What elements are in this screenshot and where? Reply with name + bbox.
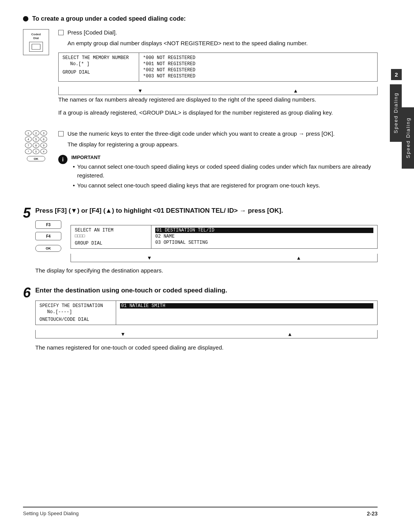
important-block: i IMPORTANT • You cannot select one-touc… (58, 154, 378, 192)
display-register-text: The display for registering a group appe… (67, 140, 378, 149)
checkbox-icon (58, 30, 64, 35)
numeric-step-text: Use the numeric keys to enter the three-… (58, 130, 378, 197)
key-2: 2 (33, 130, 39, 136)
step-5-screen-wrapper: SELECT AN ITEM □□□□ GROUP DIAL 01 DESTIN… (71, 220, 378, 262)
page-footer: Setting Up Speed Dialing 2-23 (23, 507, 378, 517)
coded-dial-instruction: Coded Dial Press [Coded Dial]. A (23, 29, 378, 121)
screen-display-3: SPECIFY THE DESTINATION No.[----] ONETOU… (35, 300, 378, 325)
body-text-1: The names or fax numbers already registe… (58, 95, 378, 104)
coded-dial-device: Coded Dial (23, 29, 49, 55)
important-icon: i (58, 155, 67, 164)
step-6-block: 6 Enter the destination using one-touch … (23, 286, 378, 356)
step-5-body: The display for specifying the destinati… (35, 266, 378, 275)
keypad-img: 1 2 3 4 5 6 7 8 9 * (23, 130, 49, 161)
step-5-block: 5 Press [F3] (▼) or [F4] (▲) to highligh… (23, 206, 378, 279)
press-coded-dial-step: Press [Coded Dial]. (58, 29, 378, 36)
screen-display-1: SELECT THE MEMORY NUMBER No.[* ] GROUP D… (58, 53, 378, 82)
key-8: 8 (33, 143, 39, 148)
screen-right-3: 01 NATALIE SMITH (116, 301, 377, 325)
screen-right-2: 01 DESTINATION TEL/ID 02 NAME 03 OPTIONA… (151, 225, 377, 248)
footer-right-text: 2-23 (367, 511, 378, 517)
key-7: 7 (25, 143, 32, 148)
step-5-content: Press [F3] (▼) or [F4] (▲) to highlight … (35, 206, 378, 279)
step-6-body: The names registered for one-touch or co… (35, 343, 378, 352)
screen-left-2: SELECT AN ITEM □□□□ GROUP DIAL (71, 225, 151, 248)
svg-rect-0 (32, 44, 40, 49)
coded-label-top: Coded (31, 33, 41, 36)
key-hash: # (40, 149, 47, 154)
numeric-keypad-instruction: 1 2 3 4 5 6 7 8 9 * (23, 130, 378, 197)
important-item-2: • You cannot select one-touch speed dial… (71, 181, 378, 190)
sub-text-coded-dial: An empty group dial number displays <NOT… (67, 39, 378, 48)
ok-key-img: OK (35, 245, 61, 252)
side-tab: Speed Dialing (402, 107, 414, 169)
coded-dial-text: Press [Coded Dial]. An empty group dial … (58, 29, 378, 121)
footer-left-text: Setting Up Speed Dialing (23, 511, 79, 517)
key-3: 3 (40, 130, 47, 136)
screen-left-1: SELECT THE MEMORY NUMBER No.[* ] GROUP D… (59, 53, 139, 81)
chapter-number: 2 (391, 69, 402, 80)
body-text-2: If a group is already registered, <GROUP… (58, 108, 378, 117)
screen-2-footer: ▼ ▲ (71, 254, 378, 262)
checkbox-icon-2 (58, 131, 64, 136)
f-keys-img: F3 F4 OK (35, 220, 61, 252)
step-6-number: 6 (23, 286, 31, 300)
key-1: 1 (25, 130, 32, 136)
screen-display-2: SELECT AN ITEM □□□□ GROUP DIAL 01 DESTIN… (71, 225, 378, 249)
coded-dial-button-img: Coded Dial (23, 29, 49, 55)
f4-key-img: F4 (35, 232, 61, 240)
numeric-step: Use the numeric keys to enter the three-… (58, 130, 378, 137)
key-star: * (25, 149, 32, 154)
f-keys-instruction: F3 F4 OK SELE (35, 220, 378, 262)
coded-label-dial: Dial (33, 36, 39, 40)
coded-dial-icon-box (29, 42, 43, 52)
f-keys-device: F3 F4 OK (35, 220, 61, 252)
step-6-heading: Enter the destination using one-touch or… (35, 286, 378, 295)
section-heading: To create a group under a coded speed di… (23, 15, 378, 22)
key-0: 0 (33, 149, 39, 154)
f3-key-img: F3 (35, 220, 61, 229)
bullet-icon (23, 16, 28, 21)
key-4: 4 (25, 136, 32, 142)
important-content: IMPORTANT • You cannot select one-touch … (71, 154, 378, 192)
key-9: 9 (40, 143, 47, 148)
step-6-content: Enter the destination using one-touch or… (35, 286, 378, 356)
section-tab: Speed Dialing (390, 84, 402, 142)
key-5: 5 (33, 136, 39, 142)
screen-left-3: SPECIFY THE DESTINATION No.[----] ONETOU… (36, 301, 116, 325)
key-6: 6 (40, 136, 47, 142)
ok-key: OK (27, 156, 45, 161)
step-5-heading: Press [F3] (▼) or [F4] (▲) to highlight … (35, 206, 378, 215)
screen-3-footer: ▼ ▲ (35, 330, 378, 338)
screen-right-1: *000 NOT REGISTERED *001 NOT REGISTERED … (139, 53, 377, 81)
important-item-1: • You cannot select one-touch speed dial… (71, 163, 378, 180)
numeric-keypad-device: 1 2 3 4 5 6 7 8 9 * (23, 130, 49, 161)
step-5-number: 5 (23, 206, 31, 220)
screen-1-footer: ▼ ▲ (58, 87, 378, 95)
